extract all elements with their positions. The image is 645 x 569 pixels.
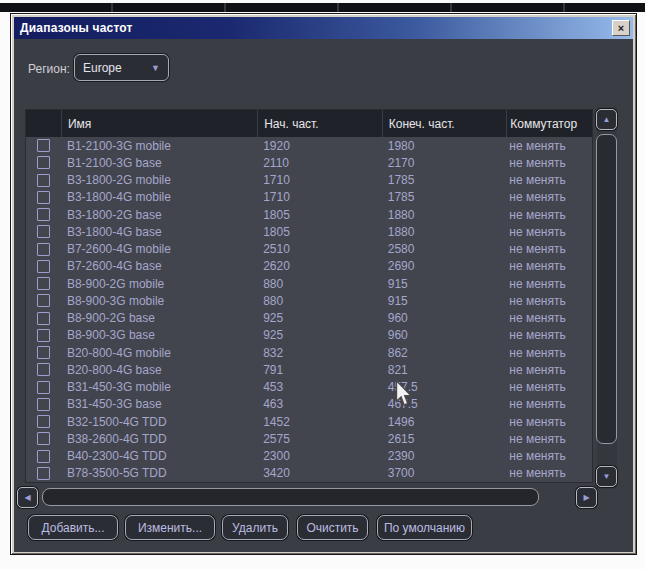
cell-name: B3-1800-4G base bbox=[61, 225, 257, 239]
table-row[interactable]: B8-900-3G mobile 880 915 не менять bbox=[26, 292, 592, 309]
cell-name: B3-1800-2G mobile bbox=[61, 173, 257, 187]
cell-switch: не менять bbox=[506, 415, 592, 429]
table-row[interactable]: B38-2600-4G TDD 2575 2615 не менять bbox=[26, 430, 592, 447]
titlebar[interactable]: Диапазоны частот × bbox=[14, 17, 633, 39]
cell-end-freq: 1880 bbox=[382, 225, 507, 239]
dialog-body: Регион: Europe ▼ Имя Нач. част. Конеч. ч… bbox=[14, 39, 633, 552]
edit-button[interactable]: Изменить... bbox=[125, 515, 215, 540]
cell-switch: не менять bbox=[506, 311, 592, 325]
cell-end-freq: 3700 bbox=[382, 466, 507, 480]
region-dropdown[interactable]: Europe ▼ bbox=[74, 54, 169, 81]
row-checkbox[interactable] bbox=[37, 294, 50, 307]
cell-start-freq: 925 bbox=[257, 328, 382, 342]
row-checkbox[interactable] bbox=[37, 156, 50, 169]
table-row[interactable]: B3-1800-2G base 1805 1880 не менять bbox=[26, 206, 592, 223]
cell-name: B3-1800-4G mobile bbox=[61, 190, 257, 204]
row-checkbox[interactable] bbox=[37, 381, 50, 394]
table-row[interactable]: B7-2600-4G mobile 2510 2580 не менять bbox=[26, 241, 592, 258]
bands-table: Имя Нач. част. Конеч. част. Коммутатор B… bbox=[25, 109, 593, 483]
table-row[interactable]: B20-800-4G base 791 821 не менять bbox=[26, 361, 592, 378]
cell-end-freq: 821 bbox=[382, 363, 507, 377]
row-checkbox[interactable] bbox=[37, 174, 50, 187]
cell-name: B7-2600-4G base bbox=[61, 259, 257, 273]
cell-start-freq: 2575 bbox=[257, 432, 382, 446]
cell-end-freq: 457.5 bbox=[382, 380, 507, 394]
cell-switch: не менять bbox=[506, 208, 592, 222]
cell-name: B8-900-3G mobile bbox=[61, 294, 257, 308]
default-button[interactable]: По умолчанию bbox=[377, 515, 472, 540]
table-row[interactable]: B78-3500-5G TDD 3420 3700 не менять bbox=[26, 465, 592, 482]
table-row[interactable]: B8-900-3G base 925 960 не менять bbox=[26, 327, 592, 344]
cell-name: B8-900-2G mobile bbox=[61, 277, 257, 291]
row-checkbox[interactable] bbox=[37, 260, 50, 273]
table-row[interactable]: B40-2300-4G TDD 2300 2390 не менять bbox=[26, 448, 592, 465]
cell-switch: не менять bbox=[506, 156, 592, 170]
cell-name: B31-450-3G mobile bbox=[61, 380, 257, 394]
header-checkbox-column bbox=[26, 110, 61, 137]
cell-name: B20-800-4G mobile bbox=[61, 346, 257, 360]
close-icon[interactable]: × bbox=[612, 20, 630, 36]
vertical-scrollbar-thumb[interactable] bbox=[596, 134, 617, 444]
cell-start-freq: 453 bbox=[257, 380, 382, 394]
table-row[interactable]: B8-900-2G mobile 880 915 не менять bbox=[26, 275, 592, 292]
table-row[interactable]: B1-2100-3G mobile 1920 1980 не менять bbox=[26, 137, 592, 154]
cell-start-freq: 463 bbox=[257, 397, 382, 411]
clear-button[interactable]: Очистить bbox=[297, 515, 368, 540]
table-row[interactable]: B20-800-4G mobile 832 862 не менять bbox=[26, 344, 592, 361]
vertical-scrollbar[interactable]: ▲ ▼ bbox=[596, 107, 618, 489]
table-row[interactable]: B31-450-3G base 463 467.5 не менять bbox=[26, 396, 592, 413]
background-app-strip bbox=[0, 3, 645, 12]
header-start: Нач. част. bbox=[257, 110, 382, 137]
table-row[interactable]: B3-1800-2G mobile 1710 1785 не менять bbox=[26, 172, 592, 189]
cell-end-freq: 467.5 bbox=[382, 397, 507, 411]
cell-switch: не менять bbox=[506, 397, 592, 411]
cell-name: B31-450-3G base bbox=[61, 397, 257, 411]
row-checkbox[interactable] bbox=[37, 277, 50, 290]
table-row[interactable]: B32-1500-4G TDD 1452 1496 не менять bbox=[26, 413, 592, 430]
add-button[interactable]: Добавить... bbox=[28, 515, 118, 540]
table-row[interactable]: B7-2600-4G base 2620 2690 не менять bbox=[26, 258, 592, 275]
row-checkbox[interactable] bbox=[37, 450, 50, 463]
row-checkbox[interactable] bbox=[37, 467, 50, 480]
row-checkbox[interactable] bbox=[37, 191, 50, 204]
table-row[interactable]: B31-450-3G mobile 453 457.5 не менять bbox=[26, 379, 592, 396]
row-checkbox[interactable] bbox=[37, 329, 50, 342]
row-checkbox[interactable] bbox=[37, 243, 50, 256]
row-checkbox[interactable] bbox=[37, 208, 50, 221]
cell-end-freq: 960 bbox=[382, 311, 507, 325]
row-checkbox[interactable] bbox=[37, 312, 50, 325]
scroll-left-icon[interactable]: ◀ bbox=[17, 487, 38, 508]
cell-start-freq: 880 bbox=[257, 294, 382, 308]
horizontal-scrollbar-thumb[interactable] bbox=[42, 488, 539, 506]
cell-name: B1-2100-3G mobile bbox=[61, 139, 257, 153]
table-row[interactable]: B1-2100-3G base 2110 2170 не менять bbox=[26, 154, 592, 171]
row-checkbox[interactable] bbox=[37, 432, 50, 445]
cell-end-freq: 915 bbox=[382, 294, 507, 308]
cell-switch: не менять bbox=[506, 190, 592, 204]
cell-name: B38-2600-4G TDD bbox=[61, 432, 257, 446]
cell-switch: не менять bbox=[506, 449, 592, 463]
cell-end-freq: 960 bbox=[382, 328, 507, 342]
row-checkbox[interactable] bbox=[37, 346, 50, 359]
cell-end-freq: 1785 bbox=[382, 173, 507, 187]
row-checkbox[interactable] bbox=[37, 139, 50, 152]
scroll-down-icon[interactable]: ▼ bbox=[596, 466, 617, 487]
table-row[interactable]: B3-1800-4G base 1805 1880 не менять bbox=[26, 223, 592, 240]
row-checkbox[interactable] bbox=[37, 225, 50, 238]
cell-switch: не менять bbox=[506, 466, 592, 480]
cell-start-freq: 880 bbox=[257, 277, 382, 291]
row-checkbox[interactable] bbox=[37, 363, 50, 376]
row-checkbox[interactable] bbox=[37, 398, 50, 411]
cell-switch: не менять bbox=[506, 259, 592, 273]
table-row[interactable]: B3-1800-4G mobile 1710 1785 не менять bbox=[26, 189, 592, 206]
cell-start-freq: 2110 bbox=[257, 156, 382, 170]
scroll-up-icon[interactable]: ▲ bbox=[596, 109, 617, 130]
horizontal-scrollbar[interactable]: ◀ ▶ bbox=[17, 487, 602, 508]
scroll-right-icon[interactable]: ▶ bbox=[576, 487, 597, 508]
table-row[interactable]: B8-900-2G base 925 960 не менять bbox=[26, 310, 592, 327]
row-checkbox[interactable] bbox=[37, 415, 50, 428]
cell-end-freq: 1496 bbox=[382, 415, 507, 429]
cell-end-freq: 2615 bbox=[382, 432, 507, 446]
cell-switch: не менять bbox=[506, 328, 592, 342]
delete-button[interactable]: Удалить bbox=[222, 515, 288, 540]
